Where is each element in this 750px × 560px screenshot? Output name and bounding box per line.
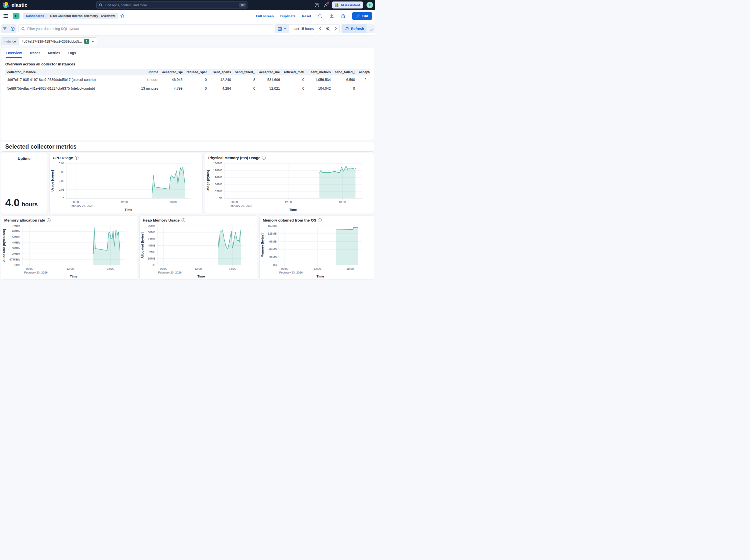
svg-text:06:00: 06:00 (281, 267, 289, 270)
table-row[interactable]: 4d67ef17-93ff-4197-8cc9-2539dcbd5b17 (ot… (5, 76, 370, 84)
svg-text:2MB/s: 2MB/s (12, 252, 20, 255)
column-header[interactable]: send_failed_metric_points (333, 69, 357, 76)
svg-text:96MB: 96MB (215, 176, 222, 179)
refresh-button[interactable]: Refresh (341, 24, 368, 33)
table-cell: 42,240 (209, 76, 233, 84)
metrics-section-title: Selected collector metrics (1, 142, 374, 152)
svg-text:February 23, 2026: February 23, 2026 (279, 271, 303, 274)
svg-text:128MB: 128MB (268, 232, 277, 235)
table-row[interactable]: 5e8f975b-dfac-4f1e-9627-31224cfa8375 (ot… (5, 84, 370, 93)
column-header[interactable]: collector_instance (5, 69, 138, 76)
info-icon[interactable]: i (262, 156, 266, 160)
kql-search-input[interactable]: Filter your data using KQL syntax (19, 24, 273, 33)
svg-text:18:00: 18:00 (347, 267, 354, 270)
svg-text:4MB/s: 4MB/s (12, 241, 20, 244)
download-icon[interactable] (329, 14, 334, 19)
time-nav-group (316, 24, 340, 33)
uptime-number: 4.0 (5, 196, 20, 209)
time-prev-icon[interactable] (316, 24, 324, 33)
column-header[interactable]: accepted_log_records (357, 69, 370, 76)
table-cell: 46,945 (160, 76, 184, 84)
edit-button[interactable]: Edit (352, 12, 372, 20)
table-cell: 52,021 (257, 84, 282, 93)
cpu-usage-chart[interactable]: CPU Usagei 00.010.020.030.0406:0012:0018… (50, 153, 203, 213)
ai-assistant-button[interactable]: AI Assistant (332, 1, 363, 8)
favorite-star-icon[interactable] (120, 14, 124, 18)
svg-text:06:00: 06:00 (26, 267, 33, 270)
table-cell: 104,042 (306, 84, 333, 93)
help-icon[interactable]: ? (314, 2, 319, 8)
news-feed-icon[interactable] (323, 2, 329, 8)
column-header[interactable]: accepted_spans (160, 69, 184, 76)
tab-traces[interactable]: Traces (29, 51, 40, 58)
reset-link[interactable]: Reset (302, 14, 311, 18)
dashboard-app-badge[interactable]: D (13, 13, 20, 19)
column-header[interactable]: sent_metrics (306, 69, 333, 76)
full-screen-link[interactable]: Full screen (256, 14, 274, 18)
avatar[interactable]: E (367, 2, 373, 8)
time-range-value[interactable]: Last 15 hours (289, 24, 317, 33)
global-search-input[interactable]: Find apps, content, and more. ⌘/ (96, 1, 248, 8)
table-cell (357, 84, 370, 93)
table-cell: 8 (233, 76, 257, 84)
table-cell: 0 (184, 84, 209, 93)
info-icon[interactable]: i (47, 218, 51, 222)
chart-plot-area: 0B16MB32MB48MB64MB80MB96MB06:0012:0018:0… (140, 222, 257, 279)
scheduled-reports-icon[interactable] (318, 14, 323, 19)
svg-text:0B: 0B (219, 197, 222, 200)
svg-text:80MB: 80MB (148, 231, 155, 234)
breadcrumb-dashboards[interactable]: Dashboards (23, 13, 48, 19)
info-icon[interactable]: i (181, 218, 185, 222)
table-cell: 4,284 (209, 84, 233, 93)
table-cell: 6,590 (333, 76, 357, 84)
duplicate-link[interactable]: Duplicate (280, 14, 296, 18)
column-header[interactable]: sent_spans (209, 69, 233, 76)
svg-text:5MB/s: 5MB/s (12, 235, 20, 238)
time-next-icon[interactable] (332, 24, 339, 33)
calendar-dropdown[interactable] (275, 24, 289, 33)
physical-memory-chart[interactable]: Physical Memory (rss) Usagei 0B32MB64MB9… (205, 153, 374, 213)
filter-menu-icon[interactable] (1, 24, 9, 33)
instance-filter-label: instance (1, 38, 19, 45)
svg-text:0B: 0B (152, 264, 155, 267)
column-header[interactable]: send_failed_spans (233, 69, 257, 76)
elastic-logo[interactable]: elastic (2, 2, 27, 8)
memory-allocation-rate-chart[interactable]: Memory allocation ratei 0B/s977KB/s2MB/s… (1, 215, 137, 280)
svg-text:Time: Time (289, 208, 297, 211)
info-icon[interactable]: i (75, 156, 79, 160)
kql-placeholder: Filter your data using KQL syntax (27, 27, 79, 31)
add-filter-icon[interactable] (9, 24, 17, 33)
svg-text:0: 0 (63, 197, 64, 200)
info-icon[interactable]: i (318, 218, 322, 222)
tab-metrics[interactable]: Metrics (48, 51, 60, 58)
chart-title-label: Memory allocation rate (4, 218, 45, 222)
instance-filter[interactable]: instance 4d67ef17-93ff-4197-8cc9-2539dcb… (1, 38, 97, 45)
os-memory-chart[interactable]: Memory obtained from the OSi 0B32MB64MB9… (259, 215, 374, 280)
chart-plot-area: 0B32MB64MB96MB128MB160MB06:0012:0018:00F… (260, 222, 374, 279)
pencil-icon (356, 14, 360, 18)
tab-overview[interactable]: Overview (6, 51, 22, 58)
svg-text:06:00: 06:00 (231, 201, 238, 204)
table-cell: 531,606 (257, 76, 282, 84)
uptime-panel[interactable]: Uptime 4.0 hours (1, 153, 47, 213)
svg-text:12:00: 12:00 (66, 267, 74, 270)
zoom-out-icon[interactable] (324, 24, 332, 33)
svg-text:64MB: 64MB (148, 237, 155, 240)
column-header[interactable]: refused_spans (184, 69, 209, 76)
collector-table: collector_instanceuptimeaccepted_spansre… (5, 69, 370, 93)
svg-text:96MB: 96MB (148, 224, 155, 227)
heap-memory-chart[interactable]: Heap Memory Usagei 0B16MB32MB48MB64MB80M… (139, 215, 257, 280)
menu-icon[interactable] (3, 13, 8, 19)
column-header[interactable]: uptime (138, 69, 160, 76)
table-cell: 4 hours (138, 76, 160, 84)
uptime-title: Uptime (1, 157, 47, 161)
share-icon[interactable] (341, 14, 346, 19)
table-cell: 4d67ef17-93ff-4197-8cc9-2539dcbd5b17 (ot… (5, 76, 138, 84)
svg-text:12:00: 12:00 (314, 267, 321, 270)
column-header[interactable]: refused_metric_points (282, 69, 306, 76)
schedule-refresh-icon[interactable] (367, 24, 375, 33)
refresh-label: Refresh (351, 27, 364, 31)
svg-text:160MB: 160MB (213, 162, 222, 165)
tab-logs[interactable]: Logs (68, 51, 76, 58)
column-header[interactable]: accepted_metric_points (257, 69, 282, 76)
